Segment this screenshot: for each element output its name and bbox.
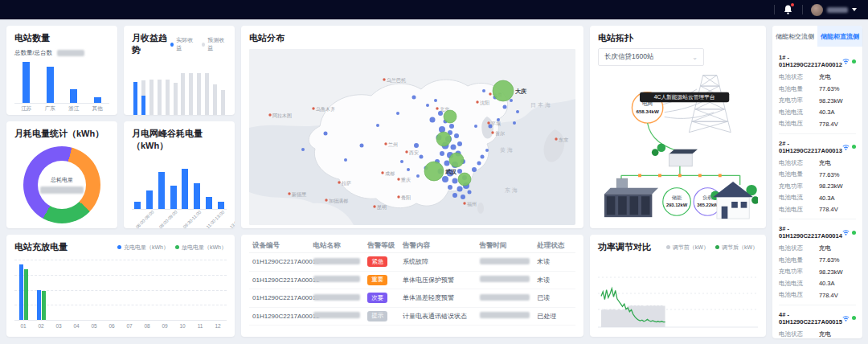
station-dot-blue[interactable]	[474, 125, 477, 128]
bar	[194, 183, 200, 209]
battery-list: 1# - 01H1290C2217A00012电池状态充电电池电量77.63%充…	[772, 47, 862, 338]
battery-item[interactable]: 3# - 01H1290C2217A00014电池状态充电电池电量77.63%充…	[779, 219, 856, 305]
station-dot-blue[interactable]	[444, 161, 450, 166]
bar	[23, 62, 30, 103]
station-dot-blue[interactable]	[412, 96, 416, 100]
station-dot-blue[interactable]	[344, 158, 347, 162]
station-dot-blue[interactable]	[503, 105, 507, 109]
station-bubble-green[interactable]	[458, 173, 471, 186]
station-dot-blue[interactable]	[489, 125, 493, 129]
station-dot-blue[interactable]	[324, 132, 328, 136]
station-dot-blue[interactable]	[449, 124, 454, 129]
table-row[interactable]: 01H1290C2217A00012次要单体温差轻度预警已读	[249, 289, 575, 308]
station-dot-blue[interactable]	[434, 99, 437, 102]
station-dot-blue[interactable]	[485, 149, 489, 152]
field-label: 电池电量	[779, 85, 819, 93]
station-bubble-green[interactable]	[493, 80, 514, 101]
city-marker	[338, 181, 340, 183]
city-label: 福州	[467, 202, 477, 207]
wifi-icon	[842, 144, 850, 150]
station-bubble-green[interactable]	[436, 132, 451, 146]
station-dot-blue[interactable]	[396, 112, 399, 115]
station-dot-blue[interactable]	[452, 193, 457, 198]
station-dot-blue[interactable]	[513, 121, 516, 125]
svg-text:4C人新能源站云管理平台: 4C人新能源站云管理平台	[654, 94, 715, 100]
column-header: 告警等级	[367, 241, 403, 251]
legend-item[interactable]: 实际收益	[170, 36, 195, 52]
station-dot-blue[interactable]	[457, 141, 462, 146]
bar-predicted	[197, 73, 201, 115]
station-dot-blue[interactable]	[360, 144, 364, 148]
device-id-cell: 01H1290C2217A00012	[252, 258, 313, 265]
station-dot-blue[interactable]	[457, 169, 462, 174]
bar-slot	[179, 160, 191, 209]
station-dot-blue[interactable]	[477, 162, 481, 166]
battery-item-title: 2# - 01H1290C2217A00013	[779, 140, 842, 154]
city-marker	[405, 150, 407, 153]
station-dot-blue[interactable]	[438, 111, 443, 116]
station-dot-blue[interactable]	[448, 185, 452, 190]
station-dot-blue[interactable]	[454, 133, 459, 138]
station-dot-blue[interactable]	[407, 168, 410, 171]
bar-predicted	[221, 90, 225, 115]
storage-node-value: 293.12kW	[666, 203, 688, 207]
station-bubble-green[interactable]	[424, 162, 444, 181]
field-label: 充电功率	[779, 182, 819, 190]
station-dot-blue[interactable]	[457, 186, 463, 192]
legend-item[interactable]: 调节前（kW）	[666, 244, 709, 252]
x-axis-label: 05	[85, 323, 103, 329]
notification-bell-icon[interactable]	[783, 4, 794, 15]
station-dot-blue[interactable]	[414, 143, 419, 148]
user-menu[interactable]	[811, 4, 857, 16]
legend-item[interactable]: 充电电量（kWh）	[117, 244, 169, 252]
station-dot-blue[interactable]	[510, 99, 513, 102]
tab-ac-side[interactable]: 储能柜交流侧	[772, 26, 817, 47]
station-bubble-green[interactable]	[449, 153, 464, 167]
alarm-table-card: 设备编号电站名称告警等级告警内容告警时间处理状态 01H1290C2217A00…	[241, 235, 583, 337]
tab-dc-side[interactable]: 储能柜直流侧	[817, 26, 862, 47]
battery-field: 电池电流40.3A	[779, 107, 856, 119]
station-dot-blue[interactable]	[376, 124, 379, 127]
battery-item[interactable]: 1# - 01H1290C2217A00012电池状态充电电池电量77.63%充…	[779, 48, 856, 134]
station-dot-blue[interactable]	[400, 160, 403, 163]
station-dot-blue[interactable]	[468, 190, 472, 195]
legend-item[interactable]: 放电电量（kWh）	[175, 244, 227, 252]
station-dot-blue[interactable]	[461, 195, 465, 199]
station-dot-blue[interactable]	[442, 176, 448, 182]
station-dot-blue[interactable]	[420, 155, 424, 159]
field-value: 778.4V	[819, 292, 838, 299]
station-dot-blue[interactable]	[451, 145, 457, 150]
avatar	[811, 4, 823, 16]
bar-slot	[148, 63, 156, 115]
table-row[interactable]: 01H1290C2217A00012提示计量电表通讯错误状态已处理	[249, 308, 575, 326]
table-row[interactable]: 01H1290C2217A00012重要单体电压保护预警未读	[249, 272, 575, 290]
alarm-time-cell-masked	[480, 312, 538, 320]
battery-item[interactable]: 2# - 01H1290C2217A00013电池状态充电电池电量77.63%充…	[779, 134, 856, 220]
legend-item[interactable]: 预测收益	[202, 36, 227, 52]
station-dot-blue[interactable]	[452, 178, 458, 184]
station-dot-blue[interactable]	[440, 151, 444, 156]
station-dot-blue[interactable]	[426, 104, 429, 107]
power-regulation-chart	[598, 258, 758, 332]
station-dot-blue[interactable]	[481, 155, 485, 159]
station-dot-blue[interactable]	[516, 110, 519, 113]
station-selector-dropdown[interactable]: 长庆信贷1600站 ⌄	[598, 48, 704, 66]
station-dot-blue[interactable]	[497, 118, 500, 121]
table-row[interactable]: 01H1290C2217A00012紧急系统故障未读	[249, 253, 575, 272]
city-marker	[489, 92, 491, 95]
station-dot-blue[interactable]	[482, 89, 485, 92]
battery-field: 充电功率98.23kW	[779, 266, 856, 278]
station-dot-blue[interactable]	[301, 148, 305, 151]
station-dot-blue[interactable]	[472, 167, 477, 172]
card-title: 电站数量	[14, 32, 109, 44]
china-map[interactable]: 黄海东海日本海 乌兰巴托乌鲁木齐阿拉木图北京沈阳长春平壤首尔东京西安兰州成都重庆…	[249, 49, 575, 225]
legend-item[interactable]: 调节后（kW）	[715, 244, 758, 252]
donut-center-label: 总耗电量	[51, 176, 73, 184]
station-bubble-green[interactable]	[444, 110, 457, 123]
battery-field: 电池状态充电	[779, 158, 856, 170]
station-dot-blue[interactable]	[430, 117, 436, 123]
alarm-time-cell-masked	[480, 294, 538, 302]
city-label: 重庆	[400, 177, 411, 182]
battery-item[interactable]: 4# - 01H1290C2217A00015电池状态充电	[779, 305, 856, 339]
station-dot-blue[interactable]	[416, 174, 420, 178]
